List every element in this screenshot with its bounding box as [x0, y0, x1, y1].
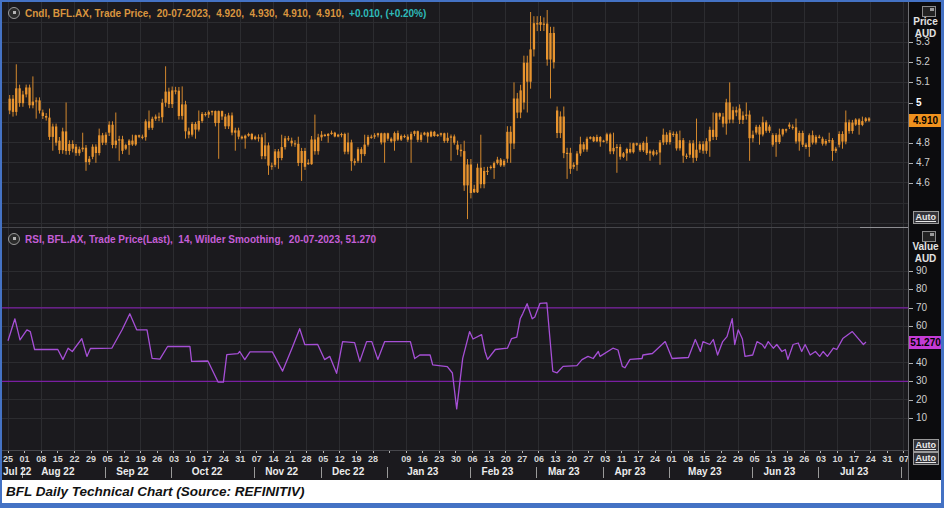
- axis-tick-mark: [909, 381, 913, 382]
- day-tick-label: 21: [285, 454, 295, 464]
- axis-tick-label: 5: [916, 97, 922, 109]
- day-tick-label: 09: [401, 454, 411, 464]
- day-tick-label: 27: [584, 454, 594, 464]
- day-tick-label: 06: [467, 454, 477, 464]
- day-tick-label: 28: [368, 454, 378, 464]
- frame-border: [0, 0, 944, 2]
- day-tick-label: 30: [451, 454, 461, 464]
- value-axis-column[interactable]: Price AUD 4.910 Auto Value AUD 51.270 Au…: [908, 2, 941, 480]
- day-tick-label: 17: [202, 454, 212, 464]
- day-tick-label: 07: [899, 454, 908, 464]
- axis-tick-label: 5.2: [916, 56, 930, 68]
- day-tick-label: 03: [169, 454, 179, 464]
- rsi-axis-title: Value: [909, 241, 942, 252]
- day-tick-label: 05: [318, 454, 328, 464]
- day-tick-label: 31: [235, 454, 245, 464]
- axis-tick-label: 5.3: [916, 36, 930, 48]
- month-label: Jun 23: [764, 466, 796, 477]
- month-label: Dec 22: [332, 466, 364, 477]
- last-price-badge: 4.910: [909, 114, 942, 127]
- day-tick-label: 10: [832, 454, 842, 464]
- axis-tick-label: 70: [916, 302, 927, 314]
- clock-icon[interactable]: [8, 233, 20, 245]
- axis-tick-mark: [909, 289, 913, 290]
- day-tick-label: 29: [86, 454, 96, 464]
- month-label: Jan 23: [407, 466, 438, 477]
- price-candle-plot[interactable]: [2, 2, 908, 228]
- day-tick-label: 15: [53, 454, 63, 464]
- axis-tick-label: 10: [916, 412, 927, 424]
- axis-tick-label: 40: [916, 357, 927, 369]
- axis-tick-mark: [909, 400, 913, 401]
- price-axis-title: Price: [909, 16, 942, 27]
- day-tick-label: 08: [683, 454, 693, 464]
- price-legend[interactable]: Cndl, BFL.AX, Trade Price, 20-07-2023, 4…: [8, 7, 426, 19]
- day-tick-label: 16: [418, 454, 428, 464]
- month-label: Aug 22: [41, 466, 74, 477]
- axis-tick-label: 4.8: [916, 137, 930, 149]
- axis-tick-label: 4.7: [916, 157, 930, 169]
- axis-tick-mark: [909, 326, 913, 327]
- day-tick-label: 17: [849, 454, 859, 464]
- day-tick-label: 03: [600, 454, 610, 464]
- axis-tick-mark: [909, 82, 913, 83]
- axis-tick-mark: [909, 163, 913, 164]
- day-tick-label: 24: [219, 454, 229, 464]
- clock-icon[interactable]: [8, 7, 20, 19]
- rsi-value-badge: 51.270: [909, 336, 942, 349]
- day-tick-label: 12: [119, 454, 129, 464]
- day-tick-label: 29: [733, 454, 743, 464]
- axis-tick-mark: [909, 418, 913, 419]
- day-tick-label: 28: [302, 454, 312, 464]
- day-tick-label: 23: [434, 454, 444, 464]
- frame-border: [0, 503, 944, 508]
- axis-tick-label: 20: [916, 394, 927, 406]
- day-tick-label: 05: [102, 454, 112, 464]
- day-tick-label: 13: [550, 454, 560, 464]
- rsi-legend[interactable]: RSI, BFL.AX, Trade Price(Last), 14, Wild…: [8, 233, 376, 245]
- axis-tick-label: 5.1: [916, 76, 930, 88]
- day-tick-label: 12: [335, 454, 345, 464]
- day-tick-label: 03: [816, 454, 826, 464]
- day-tick-label: 06: [534, 454, 544, 464]
- day-tick-label: 19: [351, 454, 361, 464]
- frame-border: [0, 0, 2, 508]
- price-legend-change: +0.010, (+0.20%): [349, 8, 426, 19]
- chart-window: 2501081522290512192603101724310714212805…: [0, 0, 944, 508]
- panel-divider[interactable]: [2, 227, 941, 228]
- day-tick-label: 01: [667, 454, 677, 464]
- rsi-axis-currency: AUD: [909, 253, 942, 264]
- day-tick-label: 31: [882, 454, 892, 464]
- rsi-auto-scale-button[interactable]: Auto: [913, 439, 940, 452]
- day-tick-label: 20: [501, 454, 511, 464]
- day-tick-label: 22: [69, 454, 79, 464]
- day-tick-label: 22: [716, 454, 726, 464]
- axis-tick-label: 60: [916, 320, 927, 332]
- axis-tick-mark: [909, 143, 913, 144]
- day-tick-label: 08: [36, 454, 46, 464]
- rsi-legend-text: RSI, BFL.AX, Trade Price(Last), 14, Wild…: [25, 234, 376, 245]
- axis-tick-mark: [909, 103, 913, 104]
- axis-tick-mark: [909, 308, 913, 309]
- axis-tick-mark: [909, 183, 913, 184]
- month-label: Mar 23: [548, 466, 580, 477]
- price-auto-scale-button[interactable]: Auto: [913, 211, 940, 224]
- day-tick-label: 15: [700, 454, 710, 464]
- month-label: Nov 22: [265, 466, 298, 477]
- month-label: Feb 23: [482, 466, 514, 477]
- time-auto-scale-button[interactable]: Auto: [913, 452, 940, 465]
- axis-tick-label: 80: [916, 283, 927, 295]
- month-label: Jul 23: [840, 466, 868, 477]
- day-tick-label: 11: [617, 454, 627, 464]
- day-tick-label: 27: [517, 454, 527, 464]
- chart-area: 2501081522290512192603101724310714212805…: [2, 2, 941, 480]
- month-label: Apr 23: [615, 466, 646, 477]
- rsi-plot[interactable]: [2, 228, 908, 450]
- day-tick-label: 17: [633, 454, 643, 464]
- axis-tick-mark: [909, 363, 913, 364]
- axis-tick-label: 4.6: [916, 177, 930, 189]
- day-tick-label: 26: [799, 454, 809, 464]
- panel-divider-handle[interactable]: [860, 227, 908, 228]
- day-tick-label: 19: [136, 454, 146, 464]
- day-tick-label: 24: [866, 454, 876, 464]
